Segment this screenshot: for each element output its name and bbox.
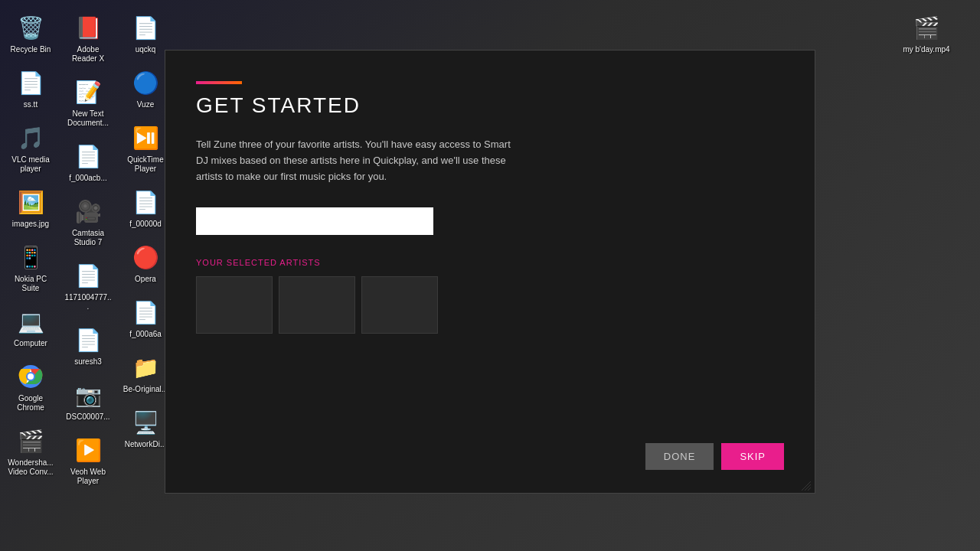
artist-search-input[interactable]: [196, 207, 433, 235]
desktop-icon-images[interactable]: 🖼️ images.jpg: [4, 182, 57, 233]
svg-point-3: [28, 373, 34, 380]
desktop-icon-1171004777[interactable]: 📄 1171004777...: [61, 256, 115, 316]
zune-modal: GET STARTED Tell Zune three of your favo…: [165, 50, 815, 494]
desktop-icon-vlc[interactable]: 🎵 VLC media player: [4, 118, 57, 178]
desktop-icon-ss[interactable]: 📄 ss.tt: [4, 63, 57, 114]
svg-line-5: [805, 484, 811, 491]
desktop-icon-chrome[interactable]: Google Chrome: [4, 357, 57, 417]
artist-slot-3[interactable]: [361, 276, 438, 334]
svg-line-6: [808, 487, 811, 491]
resize-handle[interactable]: [802, 480, 811, 489]
modal-title: GET STARTED: [196, 93, 784, 118]
desktop-icon-camtasia[interactable]: 🎥 Camtasia Studio 7: [61, 191, 115, 252]
selected-artists-label: YOUR SELECTED ARTISTS: [196, 258, 784, 267]
modal-description: Tell Zune three of your favorite artists…: [196, 137, 518, 184]
desktop-icon-my-bday[interactable]: 🎬 my b'day.mp4: [896, 8, 957, 59]
desktop: 🗑️ Recycle Bin 📄 ss.tt 🎵 VLC media playe…: [0, 0, 980, 551]
modal-footer: DONE SKIP: [645, 443, 784, 470]
desktop-icon-computer[interactable]: 💻 Computer: [4, 302, 57, 353]
modal-content-area: GET STARTED Tell Zune three of your favo…: [165, 51, 815, 387]
artist-slots-container: [196, 276, 784, 334]
artist-slot-2[interactable]: [279, 276, 355, 334]
skip-button[interactable]: SKIP: [721, 443, 784, 470]
desktop-icons-area: 🗑️ Recycle Bin 📄 ss.tt 🎵 VLC media playe…: [0, 0, 165, 551]
done-button[interactable]: DONE: [645, 443, 714, 470]
desktop-icon-wondershare[interactable]: 🎬 Wondersha... Video Conv...: [4, 421, 57, 481]
desktop-icon-new-text[interactable]: 📝 New Text Document...: [61, 72, 115, 132]
desktop-icon-f000acb[interactable]: 📄 f_000acb...: [61, 136, 115, 187]
desktop-icon-adobe[interactable]: 📕 Adobe Reader X: [61, 8, 115, 68]
desktop-right-icons: 🎬 my b'day.mp4: [888, 0, 980, 67]
artist-slot-1[interactable]: [196, 276, 273, 334]
accent-bar: [196, 81, 242, 84]
desktop-icon-suresh3[interactable]: 📄 suresh3: [61, 320, 115, 371]
desktop-icon-nokia[interactable]: 📱 Nokia PC Suite: [4, 237, 57, 298]
desktop-icon-dsc[interactable]: 📷 DSC00007...: [61, 375, 115, 426]
desktop-icon-veoh[interactable]: ▶️ Veoh Web Player: [61, 430, 115, 491]
desktop-icon-recycle-bin[interactable]: 🗑️ Recycle Bin: [4, 8, 57, 59]
